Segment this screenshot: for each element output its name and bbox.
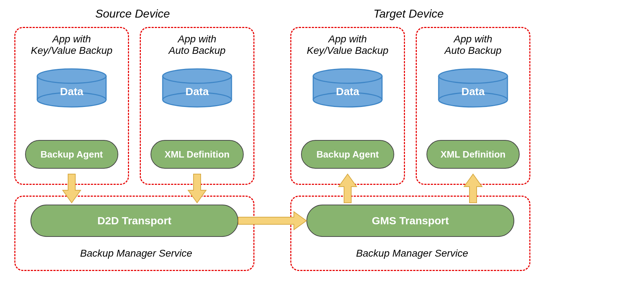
data-label: Data [437,85,509,98]
target-device-title: Target Device [355,7,462,20]
text: XML Definition [440,149,506,160]
arrow-up-icon [462,172,484,201]
text: App with [52,33,91,45]
target-bms-label: Backup Manager Service [348,248,477,259]
source-auto-data-cylinder: Data [161,68,233,108]
text: Auto Backup [169,45,226,56]
source-auto-app-label: App with Auto Backup [141,33,253,56]
text: XML Definition [164,149,230,160]
arrow-down-icon [61,172,82,201]
text: Key/Value Backup [31,45,113,56]
arrow-down-icon [186,172,208,201]
arrow-up-icon [337,172,358,201]
text: GMS Transport [372,215,449,227]
text: App with [454,33,492,45]
text: Auto Backup [445,45,502,56]
arrow-right-icon [237,210,308,231]
target-auto-app-label: App with Auto Backup [417,33,529,56]
data-label: Data [161,85,233,98]
text: App with [178,33,216,45]
target-kv-app-label: App with Key/Value Backup [291,33,404,56]
source-device-title: Source Device [79,7,186,20]
data-label: Data [312,85,383,98]
text: App with [328,33,367,45]
data-label: Data [36,85,108,98]
source-xml-def-pill: XML Definition [151,140,244,169]
d2d-transport-pill: D2D Transport [30,205,238,237]
text: Key/Value Backup [307,45,388,56]
target-backup-agent-pill: Backup Agent [301,140,394,169]
text: Backup Agent [40,149,103,160]
text: Backup Agent [316,149,379,160]
source-kv-data-cylinder: Data [36,68,108,108]
text: D2D Transport [97,215,172,227]
source-kv-app-label: App with Key/Value Backup [15,33,128,56]
gms-transport-pill: GMS Transport [306,205,514,237]
source-backup-agent-pill: Backup Agent [25,140,118,169]
target-xml-def-pill: XML Definition [426,140,520,169]
target-kv-data-cylinder: Data [312,68,383,108]
source-bms-label: Backup Manager Service [72,248,201,259]
target-auto-data-cylinder: Data [437,68,509,108]
